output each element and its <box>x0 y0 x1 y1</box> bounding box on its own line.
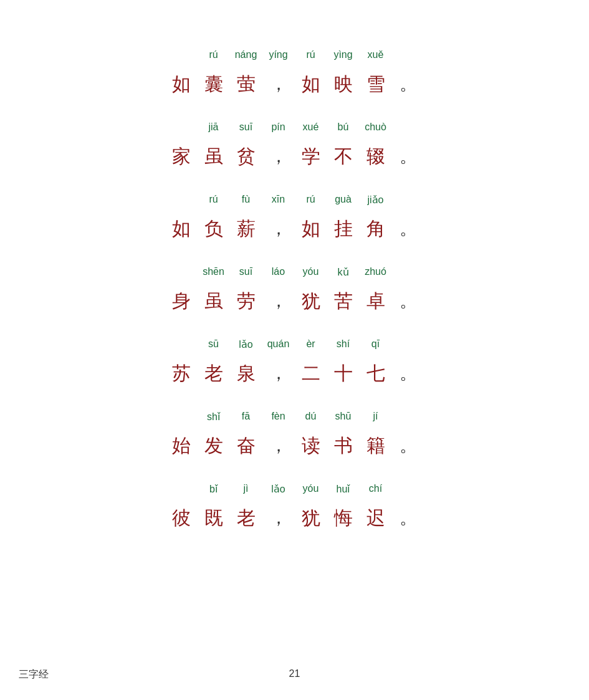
pinyin-char: jiǎo <box>360 194 392 206</box>
stanza-7: bǐ jì lǎo yóu huǐ chí 彼 既 老 ， 犹 悔 迟 。 <box>165 477 424 545</box>
pinyin-char: kǔ <box>327 266 360 278</box>
chinese-char: 身 <box>165 289 198 314</box>
pinyin-char: shū <box>327 411 360 422</box>
pinyin-line-7: bǐ jì lǎo yóu huǐ chí <box>165 477 424 500</box>
pinyin-char: suī <box>230 266 262 277</box>
chinese-punct: ， <box>262 289 295 313</box>
chinese-punct: ， <box>262 362 295 385</box>
chinese-line-7: 彼 既 老 ， 犹 悔 迟 。 <box>165 502 424 534</box>
chinese-char: 读 <box>295 433 327 459</box>
pinyin-char: fā <box>230 411 262 422</box>
pinyin-line-6: shǐ fā fèn dú shū jí <box>165 405 424 428</box>
chinese-line-3: 如 负 薪 ， 如 挂 角 。 <box>165 213 424 244</box>
chinese-char: 角 <box>360 216 392 242</box>
chinese-char: 犹 <box>295 506 327 531</box>
pinyin-char: yóu <box>295 266 327 277</box>
chinese-char: 不 <box>327 144 360 170</box>
pinyin-char: yíng <box>262 49 295 60</box>
chinese-char: 籍 <box>360 433 392 459</box>
main-content: rú náng yíng rú yìng xuě 如 囊 萤 ， 如 映 雪 。… <box>0 25 589 550</box>
chinese-line-6: 始 发 奋 ， 读 书 籍 。 <box>165 430 424 461</box>
stanza-2: jiā suī pín xué bú chuò 家 虽 贫 ， 学 不 辍 。 <box>165 116 424 183</box>
chinese-punct: ， <box>262 434 295 458</box>
pinyin-char: shēn <box>198 266 230 277</box>
chinese-char: 卓 <box>360 289 392 314</box>
chinese-punct: 。 <box>392 362 424 385</box>
chinese-char: 始 <box>165 433 198 459</box>
chinese-punct: 。 <box>392 72 424 96</box>
pinyin-char: sū <box>198 338 230 350</box>
pinyin-char: qī <box>360 338 392 350</box>
chinese-char: 辍 <box>360 144 392 170</box>
chinese-char: 虽 <box>198 144 230 170</box>
pinyin-line-4: shēn suī láo yóu kǔ zhuó <box>165 261 424 283</box>
stanza-3: rú fù xīn rú guà jiǎo 如 负 薪 ， 如 挂 角 。 <box>165 188 424 256</box>
chinese-line-1: 如 囊 萤 ， 如 映 雪 。 <box>165 69 424 100</box>
chinese-char: 彼 <box>165 506 198 531</box>
chinese-char: 迟 <box>360 506 392 531</box>
pinyin-char: dú <box>295 411 327 422</box>
chinese-char: 苦 <box>327 289 360 314</box>
stanza-1: rú náng yíng rú yìng xuě 如 囊 萤 ， 如 映 雪 。 <box>165 44 424 111</box>
page: rú náng yíng rú yìng xuě 如 囊 萤 ， 如 映 雪 。… <box>0 0 589 700</box>
pinyin-char: jí <box>360 411 392 422</box>
chinese-char: 雪 <box>360 72 392 97</box>
pinyin-char: fù <box>230 194 262 205</box>
chinese-char: 萤 <box>230 72 262 97</box>
chinese-punct: 。 <box>392 289 424 313</box>
pinyin-char: jiā <box>198 122 230 133</box>
chinese-punct: 。 <box>392 434 424 458</box>
pinyin-char: xuě <box>360 49 392 60</box>
pinyin-char: rú <box>198 49 230 60</box>
chinese-char: 如 <box>295 216 327 242</box>
pinyin-line-1: rú náng yíng rú yìng xuě <box>165 44 424 66</box>
chinese-char: 劳 <box>230 289 262 314</box>
chinese-punct: ， <box>262 506 295 530</box>
pinyin-char: jì <box>230 483 262 494</box>
pinyin-line-3: rú fù xīn rú guà jiǎo <box>165 188 424 211</box>
pinyin-char: lǎo <box>262 483 295 495</box>
chinese-char: 如 <box>165 72 198 97</box>
pinyin-char: chí <box>360 483 392 494</box>
chinese-line-5: 苏 老 泉 ， 二 十 七 。 <box>165 358 424 389</box>
chinese-line-4: 身 虽 劳 ， 犹 苦 卓 。 <box>165 285 424 317</box>
pinyin-char: shǐ <box>198 411 230 423</box>
page-footer: 三字经 21 <box>0 668 589 681</box>
chinese-punct: 。 <box>392 506 424 530</box>
pinyin-line-2: jiā suī pín xué bú chuò <box>165 116 424 138</box>
chinese-char: 犹 <box>295 289 327 314</box>
page-number: 21 <box>289 668 300 679</box>
pinyin-line-5: sū lǎo quán èr shí qī <box>165 333 424 355</box>
chinese-char: 十 <box>327 361 360 386</box>
pinyin-char: yóu <box>295 483 327 494</box>
pinyin-char: huǐ <box>327 483 360 495</box>
pinyin-char: fèn <box>262 411 295 422</box>
pinyin-char: quán <box>262 338 295 350</box>
pinyin-char: zhuó <box>360 266 392 277</box>
pinyin-char: rú <box>295 49 327 60</box>
chinese-char: 如 <box>165 216 198 242</box>
pinyin-char: chuò <box>360 122 392 133</box>
chinese-char: 苏 <box>165 361 198 386</box>
pinyin-char: pín <box>262 122 295 133</box>
chinese-char: 挂 <box>327 216 360 242</box>
chinese-punct: ， <box>262 72 295 96</box>
pinyin-char: suī <box>230 122 262 133</box>
chinese-punct: ， <box>262 217 295 241</box>
pinyin-char: èr <box>295 338 327 350</box>
chinese-char: 学 <box>295 144 327 170</box>
chinese-punct: 。 <box>392 217 424 241</box>
pinyin-char: bú <box>327 122 360 133</box>
pinyin-char: láo <box>262 266 295 277</box>
chinese-line-2: 家 虽 贫 ， 学 不 辍 。 <box>165 141 424 172</box>
pinyin-char: guà <box>327 194 360 205</box>
chinese-char: 负 <box>198 216 230 242</box>
chinese-char: 老 <box>198 361 230 386</box>
stanza-4: shēn suī láo yóu kǔ zhuó 身 虽 劳 ， 犹 苦 卓 。 <box>165 261 424 328</box>
pinyin-char: náng <box>230 49 262 60</box>
chinese-punct: ， <box>262 145 295 168</box>
chinese-char: 老 <box>230 506 262 531</box>
chinese-char: 薪 <box>230 216 262 242</box>
pinyin-char: xué <box>295 122 327 133</box>
chinese-char: 虽 <box>198 289 230 314</box>
